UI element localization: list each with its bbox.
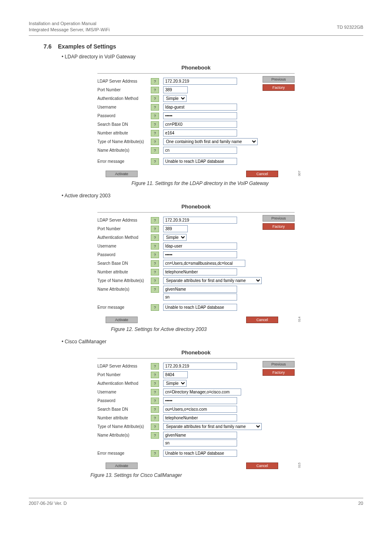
help-icon[interactable]: ? [151, 389, 159, 395]
help-icon[interactable]: ? [151, 398, 159, 404]
help-icon[interactable]: ? [151, 234, 159, 241]
activate-button[interactable]: Activate [106, 462, 138, 469]
factory-button[interactable]: Factory [263, 369, 295, 376]
header-line2: Integrated Message Server, IMS/IP-WiFi [29, 27, 110, 32]
factory-button[interactable]: Factory [263, 84, 295, 91]
help-icon[interactable]: ? [151, 147, 159, 154]
phonebook-fig13: Phonebook Previous Factory LDAP Server A… [97, 349, 295, 469]
username-input[interactable] [163, 104, 237, 111]
help-icon[interactable]: ? [151, 217, 159, 224]
number-attr-input[interactable] [163, 414, 237, 421]
help-icon[interactable]: ? [151, 380, 159, 387]
help-icon[interactable]: ? [151, 139, 159, 145]
error-message-field [163, 304, 237, 311]
fig-sidenum: 014 [297, 317, 301, 322]
label-typename: Type of Name Attribute(s) [97, 138, 151, 144]
name-attr-input-2[interactable] [163, 439, 237, 446]
name-attr-input-1[interactable] [163, 286, 237, 293]
help-icon[interactable]: ? [151, 304, 159, 311]
label-numattr: Number attribute [97, 130, 151, 135]
cancel-button[interactable]: Cancel [246, 317, 278, 323]
help-icon[interactable]: ? [151, 87, 159, 93]
password-input[interactable] [163, 397, 237, 404]
activate-button[interactable]: Activate [106, 317, 138, 323]
previous-button[interactable]: Previous [263, 361, 295, 368]
previous-button[interactable]: Previous [263, 215, 295, 222]
name-attr-input-2[interactable] [163, 294, 237, 301]
username-input[interactable] [163, 243, 237, 250]
server-input[interactable] [163, 363, 237, 370]
help-icon[interactable]: ? [151, 286, 159, 293]
auth-select[interactable]: Simple [163, 234, 187, 241]
help-icon[interactable]: ? [151, 269, 159, 275]
help-icon[interactable]: ? [151, 450, 159, 457]
name-attr-input-1[interactable] [163, 432, 237, 439]
label-server: LDAP Server Address [97, 78, 151, 83]
header-line1: Installation and Operation Manual [29, 21, 97, 26]
help-icon[interactable]: ? [151, 95, 159, 102]
help-icon[interactable]: ? [151, 104, 159, 111]
header-doc-id: TD 92322GB [337, 25, 363, 30]
bullet-cisco: Cisco CallManager [62, 339, 363, 345]
help-icon[interactable]: ? [151, 130, 159, 136]
help-icon[interactable]: ? [151, 252, 159, 258]
help-icon[interactable]: ? [151, 406, 159, 413]
base-dn-input[interactable] [163, 260, 245, 267]
auth-select[interactable]: Simple [163, 95, 187, 102]
phonebook-fig12: Phonebook Previous Factory LDAP Server A… [97, 204, 295, 323]
port-input[interactable] [163, 371, 188, 378]
server-input[interactable] [163, 78, 237, 85]
footer-date-ver: 2007-06-26/ Ver. D [29, 501, 67, 506]
auth-select[interactable]: Simple [163, 380, 187, 387]
phonebook-heading: Phonebook [97, 65, 295, 71]
previous-button[interactable]: Previous [263, 76, 295, 83]
port-input[interactable] [163, 225, 188, 232]
help-icon[interactable]: ? [151, 226, 159, 232]
label-base: Search Base DN [97, 121, 151, 127]
type-name-select[interactable]: Separate attributes for first and family… [163, 423, 262, 430]
caption-fig12: Figure 12. Settings for Active directory… [111, 326, 363, 332]
port-input[interactable] [163, 86, 188, 93]
type-name-select[interactable]: Separate attributes for first and family… [163, 277, 262, 284]
fig-sidenum: 007 [297, 171, 301, 176]
help-icon[interactable]: ? [151, 415, 159, 421]
section-number: 7.6 [44, 43, 51, 50]
factory-button[interactable]: Factory [263, 223, 295, 230]
fig-sidenum: 015 [297, 462, 301, 468]
bullet-active-dir: Active directory 2003 [62, 193, 363, 199]
help-icon[interactable]: ? [151, 363, 159, 370]
label-nameattr: Name Attribute(s) [97, 147, 151, 153]
help-icon[interactable]: ? [151, 113, 159, 119]
phonebook-heading: Phonebook [97, 204, 295, 210]
number-attr-input[interactable] [163, 268, 237, 275]
number-attr-input[interactable] [163, 130, 237, 136]
caption-fig13: Figure 13. Settings for Cisco CallManage… [90, 472, 363, 478]
help-icon[interactable]: ? [151, 432, 159, 439]
password-input[interactable] [163, 112, 237, 119]
phonebook-fig11: Phonebook Previous Factory LDAP Server A… [97, 65, 295, 177]
base-dn-input[interactable] [163, 406, 237, 413]
cancel-button[interactable]: Cancel [246, 462, 278, 469]
name-attr-input[interactable] [163, 147, 237, 154]
help-icon[interactable]: ? [151, 278, 159, 284]
activate-button[interactable]: Activate [106, 171, 138, 177]
label-auth: Authentication Method [97, 95, 151, 101]
label-user: Username [97, 104, 151, 109]
base-dn-input[interactable] [163, 121, 237, 128]
username-input[interactable] [163, 388, 241, 395]
type-name-select[interactable]: One containing both first and family nam… [163, 138, 258, 145]
help-icon[interactable]: ? [151, 260, 159, 267]
section-title: Examples of Settings [58, 43, 116, 50]
help-icon[interactable]: ? [151, 243, 159, 250]
help-icon[interactable]: ? [151, 423, 159, 430]
server-input[interactable] [163, 217, 237, 224]
header-rule [29, 35, 363, 36]
cancel-button[interactable]: Cancel [246, 171, 278, 177]
password-input[interactable] [163, 251, 237, 258]
help-icon[interactable]: ? [151, 78, 159, 85]
help-icon[interactable]: ? [151, 121, 159, 128]
help-icon[interactable]: ? [151, 158, 159, 165]
label-pass: Password [97, 112, 151, 118]
caption-fig11: Figure 11. Settings for the LDAP directo… [131, 180, 363, 186]
help-icon[interactable]: ? [151, 372, 159, 378]
